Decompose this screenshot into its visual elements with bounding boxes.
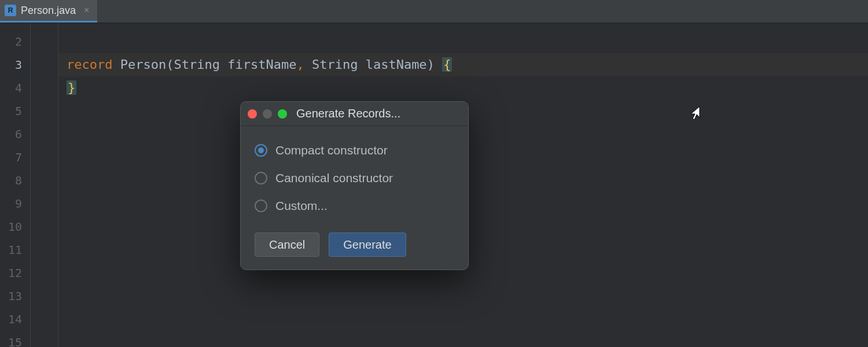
radio-custom[interactable]: Custom... xyxy=(255,192,454,220)
radio-compact-constructor[interactable]: Compact constructor xyxy=(255,136,454,164)
line-number: 11 xyxy=(0,238,30,261)
window-maximize-icon[interactable] xyxy=(278,109,287,119)
code-line-4: } xyxy=(58,76,868,99)
radio-label: Canonical constructor xyxy=(275,171,393,185)
window-minimize-icon[interactable] xyxy=(263,109,272,119)
param-name-1: firstName xyxy=(227,57,296,72)
radio-canonical-constructor[interactable]: Canonical constructor xyxy=(255,164,454,192)
param-name-2: lastName xyxy=(366,57,427,72)
line-number: 14 xyxy=(0,308,30,331)
record-file-icon: R xyxy=(5,5,16,16)
param-type-2: String xyxy=(312,57,358,72)
line-number: 8 xyxy=(0,169,30,192)
line-number: 12 xyxy=(0,261,30,285)
line-number: 9 xyxy=(0,192,30,215)
line-number: 7 xyxy=(0,146,30,169)
comma: , xyxy=(296,57,304,72)
editor-tab-person[interactable]: R Person.java × xyxy=(0,0,97,23)
dialog-button-row: Cancel Generate xyxy=(241,222,468,270)
cursor-icon xyxy=(689,106,700,124)
radio-label: Compact constructor xyxy=(275,143,388,157)
indent-guide xyxy=(31,23,58,347)
tab-bar: R Person.java × xyxy=(0,0,868,23)
brace-open: { xyxy=(442,57,452,72)
gutter: 23456789101112131415 xyxy=(0,23,30,347)
brace-close: } xyxy=(67,80,76,95)
keyword-record: record xyxy=(67,57,112,72)
paren-open: ( xyxy=(166,57,174,72)
close-icon[interactable]: × xyxy=(84,5,89,16)
line-number: 13 xyxy=(0,285,30,308)
radio-icon xyxy=(255,200,267,212)
param-type-1: String xyxy=(174,57,219,72)
class-name: Person xyxy=(120,57,166,72)
tab-label: Person.java xyxy=(21,5,76,17)
line-number: 6 xyxy=(0,123,30,146)
dialog-titlebar[interactable]: Generate Records... xyxy=(241,102,468,126)
cancel-button[interactable]: Cancel xyxy=(255,232,319,257)
dialog-body: Compact constructor Canonical constructo… xyxy=(241,126,468,222)
radio-icon xyxy=(255,144,267,157)
line-number: 15 xyxy=(0,331,30,347)
line-number: 10 xyxy=(0,215,30,238)
radio-label: Custom... xyxy=(275,199,328,213)
generate-button[interactable]: Generate xyxy=(329,232,406,257)
radio-icon xyxy=(255,172,267,184)
line-number: 5 xyxy=(0,99,30,123)
code-line-2 xyxy=(58,30,868,53)
line-number: 2 xyxy=(0,30,30,53)
dialog-title: Generate Records... xyxy=(296,107,400,120)
traffic-lights xyxy=(248,109,287,119)
line-number: 3 xyxy=(0,53,30,76)
generate-records-dialog: Generate Records... Compact constructor … xyxy=(240,101,469,270)
window-close-icon[interactable] xyxy=(248,109,257,119)
line-number: 4 xyxy=(0,76,30,99)
paren-close: ) xyxy=(427,57,435,72)
